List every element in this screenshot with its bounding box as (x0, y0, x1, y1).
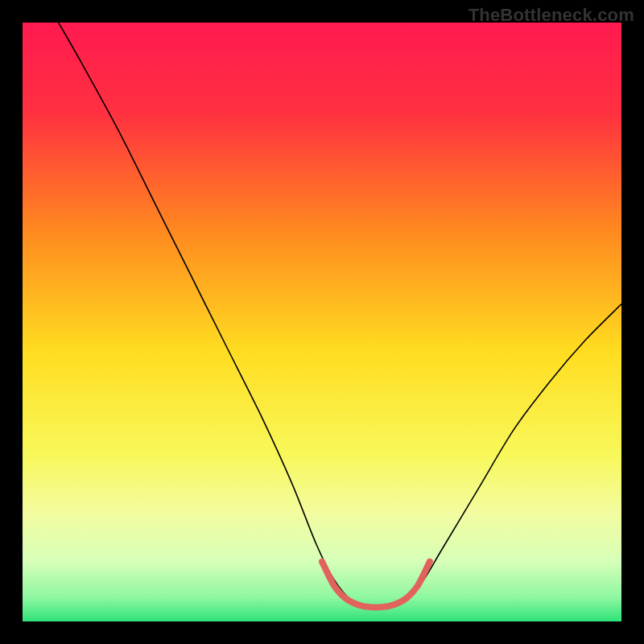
chart-frame: TheBottleneck.com (0, 0, 644, 644)
watermark-text: TheBottleneck.com (469, 5, 634, 26)
chart-background (23, 23, 621, 621)
bottleneck-chart (23, 23, 621, 621)
